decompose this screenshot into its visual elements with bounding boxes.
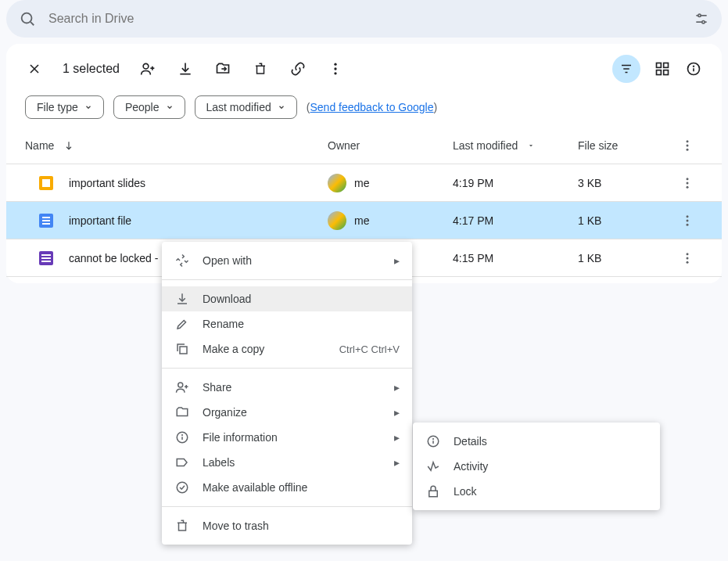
svg-rect-18 — [664, 63, 669, 68]
menu-download[interactable]: Download — [162, 286, 412, 289]
svg-point-30 — [687, 185, 689, 188]
svg-point-29 — [687, 182, 689, 184]
avatar — [328, 211, 346, 230]
menu-open-with[interactable]: Open with ▸ — [162, 248, 412, 273]
row-more-icon[interactable] — [672, 214, 703, 228]
info-icon[interactable] — [684, 59, 703, 78]
svg-point-5 — [702, 21, 705, 23]
feedback-link[interactable]: Send feedback to Google — [310, 101, 433, 113]
row-more-icon[interactable] — [672, 176, 703, 190]
chip-label: File type — [37, 101, 78, 113]
file-name: important file — [69, 214, 131, 227]
svg-point-36 — [687, 261, 689, 263]
context-menu: Open with ▸ Download Rename Make a copy … — [162, 242, 412, 289]
move-icon[interactable] — [213, 59, 232, 78]
selected-count: 1 selected — [63, 62, 120, 76]
svg-point-13 — [334, 72, 336, 74]
open-with-icon — [174, 253, 190, 268]
chevron-right-icon: ▸ — [394, 254, 400, 267]
svg-rect-20 — [664, 70, 669, 75]
share-user-icon[interactable] — [138, 59, 157, 78]
table-header: Name Owner Last modified File size — [6, 127, 722, 164]
svg-point-11 — [334, 63, 336, 66]
search-input[interactable] — [48, 12, 694, 26]
sort-arrow-icon — [63, 140, 74, 151]
file-name: important slides — [69, 177, 145, 189]
file-size: 3 KB — [578, 177, 672, 189]
chip-last-modified[interactable]: Last modified — [195, 95, 297, 119]
svg-point-23 — [694, 66, 694, 67]
close-icon[interactable] — [25, 59, 44, 78]
filter-toggle[interactable] — [612, 55, 640, 83]
search-icon — [19, 10, 36, 27]
link-icon[interactable] — [289, 59, 307, 78]
forms-file-icon — [39, 251, 53, 265]
svg-point-25 — [687, 140, 689, 142]
file-size: 1 KB — [578, 214, 672, 227]
svg-point-32 — [687, 219, 689, 221]
file-modified: 4:15 PM — [453, 252, 578, 264]
file-owner: me — [354, 214, 369, 227]
col-file-size[interactable]: File size — [578, 139, 672, 152]
docs-file-icon — [39, 214, 53, 228]
chip-label: People — [125, 101, 160, 113]
chip-file-type[interactable]: File type — [25, 95, 104, 119]
menu-divider — [162, 279, 412, 280]
col-last-modified[interactable]: Last modified — [453, 139, 578, 152]
svg-rect-17 — [657, 63, 662, 68]
file-owner: me — [354, 177, 369, 189]
svg-point-26 — [687, 144, 689, 146]
chip-people[interactable]: People — [113, 95, 185, 119]
row-more-icon[interactable] — [672, 251, 703, 265]
svg-point-12 — [334, 67, 336, 70]
file-row[interactable]: important file me 4:17 PM 1 KB — [6, 202, 722, 239]
svg-rect-19 — [657, 70, 662, 75]
chip-label: Last modified — [206, 101, 271, 113]
selection-toolbar: 1 selected — [6, 50, 722, 88]
feedback-text: (Send feedback to Google) — [307, 101, 437, 113]
file-modified: 4:17 PM — [453, 214, 578, 227]
col-owner[interactable]: Owner — [328, 139, 453, 152]
search-bar[interactable] — [6, 0, 722, 38]
download-icon[interactable] — [176, 59, 195, 78]
file-name: cannot be locked - — [69, 252, 158, 264]
file-size: 1 KB — [578, 252, 672, 264]
svg-point-28 — [687, 178, 689, 180]
search-options-icon[interactable] — [694, 11, 709, 27]
svg-point-34 — [687, 253, 689, 255]
svg-point-0 — [22, 13, 32, 23]
svg-point-33 — [687, 223, 689, 225]
avatar — [328, 174, 346, 192]
more-vert-icon[interactable] — [326, 59, 345, 78]
trash-icon[interactable] — [251, 59, 270, 78]
header-more-icon[interactable] — [672, 138, 703, 153]
slides-file-icon — [39, 176, 53, 190]
svg-line-1 — [30, 22, 34, 25]
svg-point-35 — [687, 257, 689, 259]
grid-view-icon[interactable] — [653, 59, 672, 78]
col-name[interactable]: Name — [25, 139, 328, 152]
filter-chips: File type People Last modified (Send fee… — [6, 88, 722, 127]
svg-point-31 — [687, 215, 689, 218]
svg-point-27 — [687, 148, 689, 150]
file-row[interactable]: important slides me 4:19 PM 3 KB — [6, 164, 722, 202]
file-modified: 4:19 PM — [453, 177, 578, 189]
svg-point-8 — [143, 63, 149, 69]
svg-point-3 — [698, 14, 701, 16]
